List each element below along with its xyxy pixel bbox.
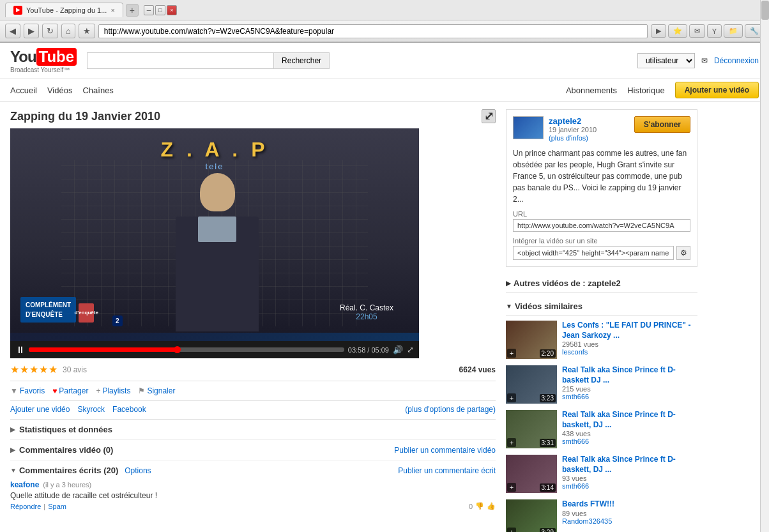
extension-btn-3[interactable]: Y [707,24,722,38]
video-main: Zapping du 19 Janvier 2010 ⤢ Z . A . P t… [10,109,496,532]
related-add-5[interactable]: + [507,528,516,532]
related-channel-1[interactable]: lesconfs [562,348,697,356]
close-button[interactable]: × [167,5,177,15]
related-views-3: 438 vues [562,430,697,437]
related-channel-5[interactable]: Random326435 [562,517,697,525]
add-video-button[interactable]: Ajouter une vidéo [675,82,759,98]
embed-settings-button[interactable]: ⚙ [676,246,690,260]
more-share[interactable]: (plus d'options de partage) [405,405,496,414]
nav-history[interactable]: Historique [627,86,665,95]
nav-home[interactable]: Accueil [10,86,37,95]
search-input[interactable] [87,52,273,69]
expand-icon[interactable]: ⤢ [482,109,496,123]
related-title-2[interactable]: Real Talk aka Since Prince ft D-baskett … [562,365,697,385]
embed-input[interactable] [513,246,674,260]
nav-subscriptions[interactable]: Abonnements [566,86,617,95]
progress-fill [29,347,177,352]
comment-item: keafone (il y a 3 heures) Quelle attitud… [10,480,496,510]
related-channel-3[interactable]: smth666 [562,437,697,445]
zap-logo-text: Z . A . P [161,138,269,162]
partager-label: Partager [59,386,88,395]
playlists-button[interactable]: + Playlists [96,386,130,395]
enquete-icon-text: d'enquête [74,309,98,317]
partager-button[interactable]: ♥ Partager [52,386,88,395]
related-duration-2: 3:23 [540,394,556,402]
new-tab-button[interactable]: + [126,4,139,17]
signaler-button[interactable]: ⚑ Signaler [138,386,175,395]
related-channel-2[interactable]: smth666 [562,393,697,400]
related-title-3[interactable]: Real Talk aka Since Prince ft D-baskett,… [562,410,697,430]
go-button[interactable]: ▶ [651,24,666,38]
scrollbar-thumb[interactable] [761,1,769,20]
add-video-share[interactable]: Ajouter une vidéo [10,405,70,414]
similar-videos-arrow: ▼ [506,303,512,310]
nav-right: Abonnements Historique Ajouter une vidéo [566,82,759,98]
tab-close-button[interactable]: × [110,6,114,14]
address-bar[interactable] [98,24,648,38]
favoris-button[interactable]: ▼ Favoris [10,386,45,395]
related-add-2[interactable]: + [507,393,516,402]
publish-written-comment-link[interactable]: Publier un commentaire écrit [398,466,496,475]
play-pause-button[interactable]: ⏸ [15,344,25,355]
youtube-logo: You Tube Broadcast Yourself™ [10,48,77,73]
stats-header[interactable]: ▶ Statistiques et données [10,425,496,434]
uploader-thumbnail[interactable] [513,116,544,139]
related-channel-4[interactable]: smth666 [562,482,697,490]
home-button[interactable]: ⌂ [61,24,75,38]
related-title-1[interactable]: Les Confs : "LE FAIT DU PRINCE" - Jean S… [562,321,697,340]
progress-bar[interactable] [29,347,344,352]
thumbs-up-icon[interactable]: 👍 [487,502,496,510]
uploader-name[interactable]: zaptele2 [549,116,629,126]
bookmark-button[interactable]: ★ [79,24,95,38]
facebook-share[interactable]: Facebook [112,405,146,414]
maximize-button[interactable]: □ [155,5,165,15]
skyrock-share[interactable]: Skyrock [77,405,105,414]
uploader-more-link[interactable]: (plus d'infos) [549,134,588,142]
comment-author[interactable]: keafone [10,480,39,489]
nav-videos[interactable]: Vidéos [47,86,73,95]
fullscreen-button[interactable]: ⤢ [407,345,414,354]
publish-video-comment-link[interactable]: Publier un commentaire vidéo [394,446,496,455]
related-video-1[interactable]: 2:20 + Les Confs : "LE FAIT DU PRINCE" -… [506,321,697,359]
related-video-5[interactable]: 3:29 + Beards FTW!!! 89 vues Random32643… [506,499,697,532]
embed-label: Intégrer la vidéo sur un site [513,237,690,245]
similar-videos-title-row[interactable]: ▼ Vidéos similaires [506,298,697,315]
volume-button[interactable]: 🔊 [393,345,403,354]
video-comments-header[interactable]: ▶ Commentaires vidéo (0) [10,445,113,455]
video-player[interactable]: Z . A . P tele [10,128,419,358]
extension-btn-4[interactable]: 📁 [724,24,743,38]
related-title-5[interactable]: Beards FTW!!! [562,499,697,510]
extension-btn-1[interactable]: ⭐ [668,24,687,38]
browser-tab[interactable]: ▶ YouTube - Zapping du 1... × [5,3,123,17]
thumbs-down-icon[interactable]: 👎 [475,502,484,510]
forward-button[interactable]: ▶ [24,24,39,38]
related-video-2[interactable]: 3:23 + Real Talk aka Since Prince ft D-b… [506,365,697,404]
video-content: Z . A . P tele [10,128,419,358]
related-title-4[interactable]: Real Talk aka Since Prince ft D-baskett,… [562,455,697,475]
star-rating: ★ ★ ★ ★ ★ [10,363,57,376]
related-add-4[interactable]: + [507,483,516,492]
extension-btn-2[interactable]: ✉ [689,24,705,38]
reload-button[interactable]: ↻ [42,24,58,38]
reply-link[interactable]: Répondre [10,503,41,510]
nav-channels[interactable]: Chaînes [82,86,113,95]
options-link[interactable]: Options [125,466,151,475]
spam-link[interactable]: Spam [48,503,66,510]
related-add-1[interactable]: + [507,349,516,358]
related-add-3[interactable]: + [507,438,516,447]
logout-link[interactable]: Déconnexion [714,56,759,65]
stats-section: ▶ Statistiques et données [10,420,496,440]
related-video-3[interactable]: 3:31 + Real Talk aka Since Prince ft D-b… [506,410,697,448]
video-credits: Réal. C. Castex 22h05 [340,303,393,321]
subscribe-button[interactable]: S'abonner [634,116,690,133]
video-comments-arrow: ▶ [10,446,15,453]
url-input[interactable] [513,219,690,232]
user-dropdown[interactable]: utilisateur [637,53,695,68]
search-button[interactable]: Rechercher [273,52,330,69]
other-videos-title-row[interactable]: ▶ Autres vidéos de : zaptele2 [506,275,697,293]
related-info-2: Real Talk aka Since Prince ft D-baskett … [562,365,697,404]
minimize-button[interactable]: ─ [144,5,154,15]
related-video-4[interactable]: 3:14 + Real Talk aka Since Prince ft D-b… [506,455,697,493]
back-button[interactable]: ◀ [5,24,20,38]
page-scrollbar[interactable] [760,0,769,532]
